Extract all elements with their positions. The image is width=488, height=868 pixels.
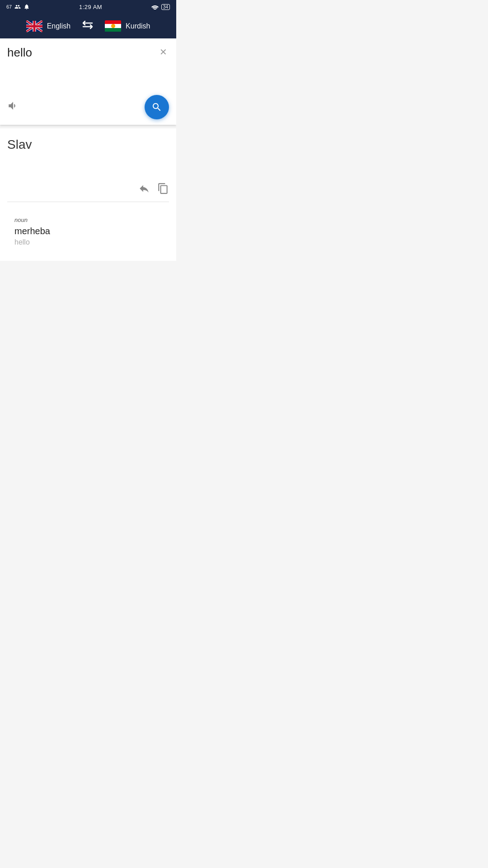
battery-level: 34	[161, 4, 170, 10]
notification-count: 67	[6, 4, 12, 9]
copy-icon	[157, 183, 169, 194]
search-icon	[151, 102, 162, 113]
dictionary-entry: noun merheba hello	[7, 209, 169, 254]
word-definition: hello	[14, 238, 162, 246]
uk-flag	[26, 20, 42, 32]
input-row: hello ✕	[7, 46, 169, 88]
contacts-icon	[14, 4, 21, 10]
translation-actions	[7, 183, 169, 202]
status-left: 67	[6, 4, 30, 10]
target-language-name: Kurdish	[126, 22, 150, 30]
divider	[7, 202, 169, 202]
input-area: hello ✕	[0, 38, 176, 125]
search-button[interactable]	[145, 95, 169, 119]
source-language-name: English	[47, 22, 70, 30]
notifications-icon	[23, 4, 30, 10]
speaker-icon	[7, 100, 19, 112]
wifi-icon	[151, 4, 159, 9]
translation-area: Slav noun merheba hello	[0, 128, 176, 261]
speak-source-button[interactable]	[7, 100, 19, 114]
copy-button[interactable]	[157, 183, 169, 197]
swap-languages-button[interactable]	[81, 20, 94, 32]
status-time: 1:29 AM	[79, 4, 102, 10]
status-right: 34	[151, 4, 170, 10]
kurdish-flag	[105, 20, 121, 32]
source-language-button[interactable]: English	[26, 20, 70, 32]
share-button[interactable]	[138, 183, 150, 197]
status-bar: 67 1:29 AM 34	[0, 0, 176, 14]
translated-word: merheba	[14, 226, 162, 236]
language-header: English Kurdish	[0, 14, 176, 38]
input-actions	[7, 95, 169, 119]
share-icon	[138, 183, 150, 194]
translation-result: Slav	[7, 137, 169, 165]
swap-icon	[81, 20, 94, 30]
clear-input-button[interactable]: ✕	[158, 46, 169, 58]
translation-input[interactable]: hello	[7, 46, 158, 88]
target-language-button[interactable]: Kurdish	[105, 20, 150, 32]
part-of-speech: noun	[14, 217, 162, 223]
